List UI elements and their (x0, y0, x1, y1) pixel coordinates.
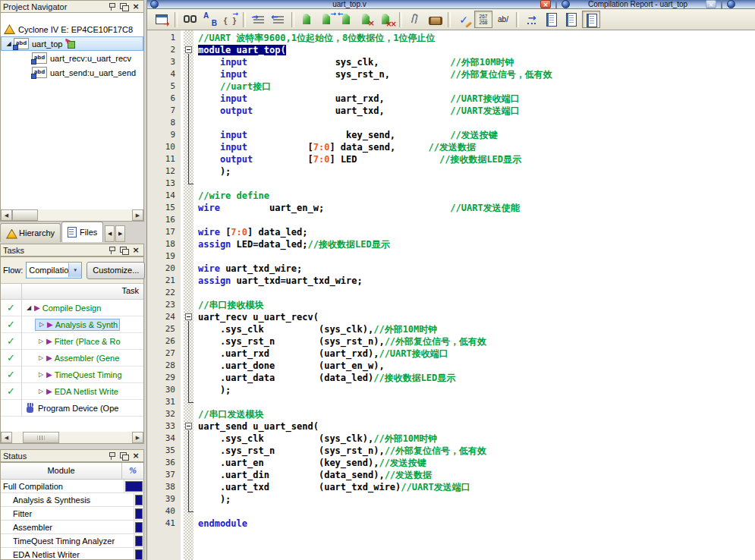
indent-icon[interactable] (250, 11, 268, 28)
fold-column (184, 433, 193, 445)
report-window-titlebar[interactable]: Compilation Report - uart_top × (558, 0, 719, 8)
collapse-arrow-icon[interactable]: ◢ (5, 40, 13, 47)
task-row[interactable]: ✓◢▶Compile Design (1, 300, 143, 316)
task-row-content[interactable]: ▷▶TimeQuest Timing (35, 370, 124, 380)
close-report-icon[interactable]: × (706, 0, 716, 8)
instance-tree-item[interactable]: abd uart_send:u_uart_send (1, 65, 143, 80)
float-icon[interactable] (118, 451, 129, 461)
flow-select[interactable]: Compilatio ▼ (26, 262, 82, 278)
top-module-tree-item[interactable]: ◢ abd uart_top (1, 36, 143, 51)
task-row-content[interactable]: ▷▶EDA Netlist Write (35, 386, 120, 397)
task-row-content[interactable]: ▷▶Analysis & Synth (35, 319, 120, 331)
task-row[interactable]: ✓▷▶Analysis & Synth (1, 316, 143, 333)
tasks-horizontal-scrollbar[interactable]: ◀ ▶ (1, 432, 143, 443)
unindent-icon[interactable] (269, 11, 288, 28)
code-line: 37 .uart_din (data_send),//发送数据 (147, 469, 755, 481)
code-line: 10 input [7:0] data_send, //发送数据 (147, 141, 755, 153)
task-row[interactable]: ✓▷▶Fitter (Place & Ro (1, 333, 143, 350)
instance-tree-item[interactable]: abd uart_recv:u_uart_recv (1, 51, 143, 65)
replace-icon[interactable] (201, 11, 219, 28)
expand-arrow-icon[interactable]: ▷ (36, 388, 46, 395)
customize-button[interactable]: Customize... (87, 262, 145, 279)
scroll-right-icon[interactable]: ▶ (132, 432, 143, 443)
collapse-arrow-icon[interactable]: ◢ (24, 304, 33, 311)
run-task-icon[interactable]: ▶ (47, 320, 53, 329)
float-icon[interactable] (118, 2, 129, 11)
tabs-scroll-right-icon[interactable]: ▶ (115, 225, 125, 242)
code-text: .sys_clk (sys_clk),//外部10M时钟 (193, 323, 437, 335)
view-report-icon[interactable] (582, 11, 600, 28)
pn-horizontal-scrollbar[interactable]: ◀ ▶ (1, 209, 143, 221)
comment-icon[interactable]: ab/ (494, 11, 512, 28)
fold-column[interactable] (184, 311, 193, 323)
task-row[interactable]: ✓▷▶Assembler (Gene (1, 350, 143, 367)
scroll-left-icon[interactable]: ◀ (1, 209, 12, 221)
scroll-right-icon[interactable]: ▶ (132, 209, 143, 221)
expand-arrow-icon[interactable]: ▷ (36, 354, 46, 361)
close-icon[interactable]: × (131, 246, 141, 255)
expand-arrow-icon[interactable]: ▷ (37, 321, 46, 328)
task-row-content[interactable]: Program Device (Ope (23, 402, 120, 414)
toggle-bookmark-icon[interactable] (298, 11, 316, 28)
run-task-icon[interactable]: ▶ (34, 304, 40, 312)
expand-arrow-icon[interactable]: ▷ (36, 338, 46, 344)
project-navigator-titlebar: Project Navigator × (0, 0, 144, 13)
project-settings-icon[interactable] (153, 11, 171, 28)
goto-line-icon[interactable] (523, 11, 541, 28)
task-row-content[interactable]: ▷▶Fitter (Place & Ro (35, 336, 122, 347)
scrollbar-thumb[interactable] (12, 209, 38, 221)
line-numbers-icon[interactable]: 267268 (474, 11, 492, 28)
code-text (193, 396, 198, 408)
delete-all-bookmarks-icon[interactable] (377, 11, 395, 28)
scroll-left-icon[interactable]: ◀ (1, 432, 12, 443)
insert-attachment-icon[interactable] (406, 11, 424, 28)
line-number: 8 (147, 117, 181, 129)
view-summary-icon[interactable] (543, 11, 561, 28)
pin-icon[interactable] (106, 451, 117, 461)
code-editor[interactable]: 1//UART 波特率9600,1位起始位，8位数据位，1位停止位2module… (147, 30, 755, 560)
close-icon[interactable]: × (131, 451, 141, 461)
line-number: 20 (147, 263, 181, 275)
float-icon[interactable] (118, 246, 129, 255)
previous-bookmark-icon[interactable] (338, 11, 356, 28)
find-icon[interactable] (181, 11, 200, 28)
expand-arrow-icon[interactable]: ▷ (36, 371, 46, 378)
pin-icon[interactable] (106, 246, 117, 255)
scrollbar-thumb[interactable] (23, 432, 59, 443)
fold-collapse-icon[interactable] (185, 46, 192, 53)
fold-collapse-icon[interactable] (185, 313, 192, 320)
tabs-scroll-left-icon[interactable]: ◀ (105, 225, 115, 242)
delete-bookmark-icon[interactable] (357, 11, 376, 28)
insert-template-icon[interactable] (426, 11, 444, 28)
run-task-icon[interactable]: ▶ (46, 387, 52, 395)
device-tree-item[interactable]: Cyclone IV E: EP4CE10F17C8 (1, 22, 143, 36)
match-brace-icon[interactable] (221, 11, 239, 28)
tab-hierarchy[interactable]: Hierarchy (0, 223, 61, 242)
task-row[interactable]: Program Device (Ope (1, 400, 143, 417)
task-row[interactable]: ✓▷▶TimeQuest Timing (1, 367, 143, 383)
task-row-content[interactable]: ▷▶Assembler (Gene (35, 353, 121, 363)
warning-icon (6, 229, 16, 238)
code-text: ); (193, 384, 231, 396)
fold-column (184, 226, 193, 238)
fold-column[interactable] (184, 420, 193, 433)
check-syntax-icon[interactable] (455, 11, 473, 28)
doc-window-titlebar[interactable]: uart_top.v × (147, 0, 554, 8)
run-task-icon[interactable]: ▶ (46, 354, 52, 362)
run-task-icon[interactable]: ▶ (46, 337, 52, 345)
next-bookmark-icon[interactable] (318, 11, 336, 28)
fold-collapse-icon[interactable] (185, 423, 192, 429)
fold-column (184, 117, 193, 129)
tab-files[interactable]: Files (61, 222, 103, 242)
close-doc-icon[interactable]: × (540, 0, 551, 8)
fold-column[interactable] (184, 44, 193, 56)
view-settings-icon[interactable] (562, 11, 580, 28)
close-icon[interactable]: × (131, 2, 141, 11)
task-row[interactable]: ✓▷▶EDA Netlist Write (1, 383, 143, 400)
task-row-content[interactable]: ◢▶Compile Design (23, 303, 102, 313)
chevron-down-icon[interactable]: ▼ (68, 263, 81, 277)
run-task-icon[interactable]: ▶ (46, 370, 52, 379)
pin-icon[interactable] (106, 2, 117, 11)
line-number: 22 (147, 287, 181, 299)
code-text: input [7:0] data_send, //发送数据 (193, 141, 476, 153)
